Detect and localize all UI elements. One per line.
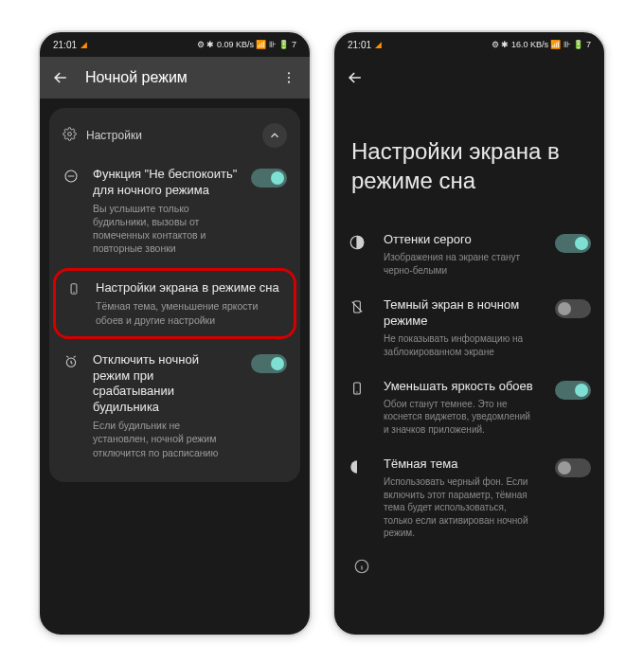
phone-left: 21:01 ◢ ⚙ ✱ 0.09 KB/s 📶 ⊪ 🔋 7 Ночной реж… (38, 30, 312, 636)
card-header[interactable]: Настройки (61, 117, 289, 157)
setting-sub: Использовать черный фон. Если включить э… (384, 475, 538, 540)
setting-title: Функция "Не беспокоить" для ночного режи… (93, 167, 238, 199)
toolbar (334, 57, 604, 99)
status-indicators: ⚙ ✱ 0.09 KB/s 📶 ⊪ 🔋 7 (197, 40, 296, 49)
setting-dark-lockscreen[interactable]: Темный экран в ночном режиме Не показыва… (348, 287, 591, 368)
content-area: Оттенки серого Изображения на экране ста… (334, 222, 604, 574)
contrast-icon (348, 234, 367, 251)
setting-sub: Изображения на экране станут черно-белым… (384, 251, 538, 277)
setting-title: Настройки экрана в режиме сна (96, 280, 284, 296)
highlighted-frame: Настройки экрана в режиме сна Тёмная тем… (53, 268, 296, 338)
setting-title: Тёмная тема (384, 457, 538, 473)
setting-grayscale[interactable]: Оттенки серого Изображения на экране ста… (348, 222, 591, 287)
phone-off-icon (348, 299, 367, 314)
setting-title: Отключить ночной режим при срабатывании … (93, 352, 238, 417)
setting-screen-sleep[interactable]: Настройки экрана в режиме сна Тёмная тем… (63, 278, 286, 328)
toggle-dnd[interactable] (251, 169, 287, 188)
bolt-icon: ◢ (375, 40, 382, 49)
setting-dim-wallpaper[interactable]: Уменьшать яркость обоев Обои станут темн… (348, 368, 591, 446)
page-title: Настройки экрана в режиме сна (334, 99, 604, 222)
toolbar-title: Ночной режим (85, 69, 264, 86)
phone-right: 21:01 ◢ ⚙ ✱ 16.0 KB/s 📶 ⊪ 🔋 7 Настройки … (332, 30, 606, 636)
content-area: Настройки Функция "Не беспокоить" для но… (40, 99, 310, 635)
svg-point-0 (288, 72, 290, 74)
overflow-menu-icon[interactable] (279, 68, 298, 87)
toggle-dark-theme[interactable] (555, 458, 591, 477)
setting-body: Темный экран в ночном режиме Не показыва… (384, 297, 538, 358)
dnd-icon (63, 169, 80, 184)
status-indicators: ⚙ ✱ 16.0 KB/s 📶 ⊪ 🔋 7 (492, 40, 591, 49)
toolbar: Ночной режим (40, 57, 310, 99)
toggle-grayscale[interactable] (555, 234, 591, 253)
setting-body: Функция "Не беспокоить" для ночного режи… (93, 167, 238, 255)
svg-point-1 (288, 77, 290, 79)
setting-sub: Вы услышите только будильники, вызовы от… (93, 202, 238, 256)
setting-body: Отключить ночной режим при срабатывании … (93, 352, 238, 459)
setting-dnd[interactable]: Функция "Не беспокоить" для ночного режи… (61, 157, 289, 264)
status-time: 21:01 (348, 40, 371, 50)
info-button[interactable] (353, 558, 370, 575)
phone-icon (348, 381, 367, 396)
setting-body: Оттенки серого Изображения на экране ста… (384, 232, 538, 277)
svg-point-3 (68, 133, 72, 136)
toggle-dark-lock[interactable] (555, 299, 591, 318)
setting-sub: Не показывать информацию на заблокирован… (384, 332, 538, 358)
gear-icon (63, 127, 77, 144)
bolt-icon: ◢ (80, 40, 87, 49)
setting-dark-theme[interactable]: Тёмная тема Использовать черный фон. Есл… (348, 446, 591, 549)
setting-alarm-disable[interactable]: Отключить ночной режим при срабатывании … (61, 343, 289, 469)
setting-title: Уменьшать яркость обоев (384, 379, 538, 395)
alarm-icon (63, 354, 80, 369)
setting-title: Оттенки серого (384, 232, 538, 248)
toggle-dim-wallpaper[interactable] (555, 381, 591, 400)
settings-card: Настройки Функция "Не беспокоить" для но… (49, 108, 300, 482)
status-bar: 21:01 ◢ ⚙ ✱ 0.09 KB/s 📶 ⊪ 🔋 7 (40, 32, 310, 57)
status-bar: 21:01 ◢ ⚙ ✱ 16.0 KB/s 📶 ⊪ 🔋 7 (334, 32, 604, 57)
setting-body: Уменьшать яркость обоев Обои станут темн… (384, 379, 538, 436)
setting-sub: Обои станут темнее. Это не коснется видж… (384, 398, 538, 437)
setting-sub: Если будильник не установлен, ночной реж… (93, 419, 238, 459)
setting-title: Темный экран в ночном режиме (384, 297, 538, 330)
setting-sub: Тёмная тема, уменьшение яркости обоев и … (96, 299, 284, 326)
svg-point-2 (288, 81, 290, 83)
status-time: 21:01 (53, 40, 77, 50)
back-button[interactable] (346, 68, 365, 87)
toggle-alarm[interactable] (251, 354, 287, 373)
setting-body: Тёмная тема Использовать черный фон. Есл… (384, 457, 538, 539)
card-header-label: Настройки (86, 129, 142, 142)
setting-body: Настройки экрана в режиме сна Тёмная тем… (96, 280, 284, 326)
back-button[interactable] (51, 68, 70, 87)
collapse-button[interactable] (262, 123, 287, 148)
dark-theme-icon (348, 458, 367, 475)
screen-icon (65, 282, 82, 296)
